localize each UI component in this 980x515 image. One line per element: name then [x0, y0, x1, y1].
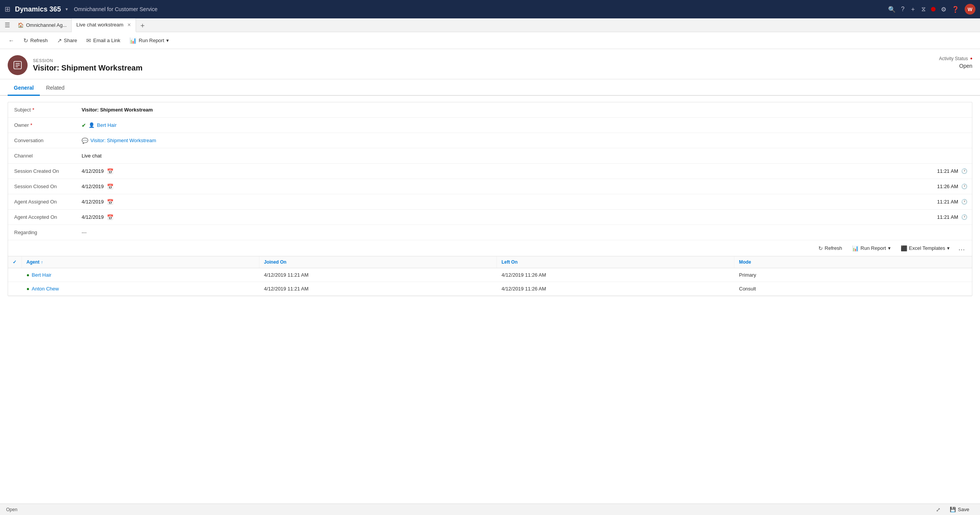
- form-content: Subject * Visitor: Shipment Workstream O…: [0, 96, 980, 302]
- tab-menu-icon[interactable]: ☰: [2, 21, 13, 29]
- calendar-icon-2[interactable]: 📅: [107, 184, 113, 190]
- data-grid: ✓ Agent ↑ Joined On Left On Mode ●: [8, 256, 972, 296]
- email-icon: ✉: [86, 37, 91, 44]
- top-nav: ⊞ Dynamics 365 ▾ Omnichannel for Custome…: [0, 0, 980, 18]
- refresh-button[interactable]: ↻ Refresh: [20, 36, 52, 46]
- report-icon: 📊: [129, 37, 137, 44]
- question-icon[interactable]: ❓: [952, 6, 959, 13]
- channel-row: Channel Live chat: [8, 148, 972, 164]
- grid-menu-icon[interactable]: ⊞: [5, 5, 10, 13]
- calendar-icon-1[interactable]: 📅: [107, 168, 113, 174]
- grid-header-check: ✓: [8, 256, 22, 268]
- row2-mode: Consult: [734, 282, 972, 295]
- channel-label: Channel: [8, 153, 77, 159]
- clock-icon-1[interactable]: 🕐: [961, 168, 967, 174]
- session-closed-label: Session Closed On: [8, 184, 77, 189]
- agent-accepted-row: Agent Accepted On 4/12/2019 📅 11:21 AM 🕐: [8, 210, 972, 225]
- owner-name[interactable]: Bert Hair: [97, 122, 116, 128]
- sort-agent-icon: ↑: [41, 260, 43, 264]
- session-created-row: Session Created On 4/12/2019 📅 11:21 AM …: [8, 164, 972, 179]
- back-button[interactable]: ←: [5, 36, 18, 45]
- page-header: SESSION Visitor: Shipment Workstream Act…: [0, 49, 980, 79]
- row2-joined: 4/12/2019 11:21 AM: [259, 282, 497, 295]
- tab-omnichannel[interactable]: 🏠 Omnichannel Ag...: [13, 18, 72, 32]
- grid-excel-button[interactable]: ⬛ Excel Templates ▾: [897, 244, 954, 253]
- agent-assigned-label: Agent Assigned On: [8, 199, 77, 205]
- session-closed-value: 4/12/2019 📅 11:26 AM 🕐: [77, 184, 972, 190]
- avatar[interactable]: W: [965, 4, 975, 15]
- grid-refresh-button[interactable]: ↻ Refresh: [814, 244, 846, 253]
- tab-livechat-label: Live chat workstream: [76, 22, 123, 28]
- grid-excel-icon: ⬛: [901, 245, 907, 251]
- owner-label: Owner *: [8, 122, 77, 128]
- agent-assigned-value: 4/12/2019 📅 11:21 AM 🕐: [77, 199, 972, 205]
- table-row: ● Anton Chew 4/12/2019 11:21 AM 4/12/201…: [8, 282, 972, 296]
- session-created-value: 4/12/2019 📅 11:21 AM 🕐: [77, 168, 972, 174]
- add-icon[interactable]: ＋: [910, 5, 916, 13]
- subject-label: Subject *: [8, 107, 77, 113]
- record-icon: [8, 55, 28, 75]
- grid-refresh-icon: ↻: [818, 245, 823, 251]
- page-header-right: Activity Status • Open: [939, 55, 972, 69]
- subject-value: Visitor: Shipment Workstream: [77, 107, 972, 113]
- grid-col-left[interactable]: Left On: [497, 256, 734, 268]
- form-section: Subject * Visitor: Shipment Workstream O…: [8, 102, 972, 296]
- conversation-value[interactable]: 💬 Visitor: Shipment Workstream: [77, 138, 972, 144]
- clock-icon-3[interactable]: 🕐: [961, 199, 967, 205]
- row1-check[interactable]: [8, 268, 22, 282]
- grid-col-joined[interactable]: Joined On: [259, 256, 497, 268]
- row2-left: 4/12/2019 11:26 AM: [497, 282, 734, 295]
- grid-report-chevron: ▾: [888, 245, 891, 251]
- grid-header: ✓ Agent ↑ Joined On Left On Mode: [8, 256, 972, 268]
- grid-col-mode[interactable]: Mode: [734, 256, 972, 268]
- tab-general[interactable]: General: [8, 81, 40, 96]
- record-category: SESSION: [33, 58, 143, 63]
- form-tabs: General Related: [0, 81, 980, 96]
- calendar-icon-3[interactable]: 📅: [107, 199, 113, 205]
- activity-status-dot: •: [970, 55, 972, 62]
- clock-icon-4[interactable]: 🕐: [961, 214, 967, 220]
- share-icon: ↗: [57, 37, 62, 44]
- refresh-icon: ↻: [23, 37, 28, 44]
- grid-more-icon[interactable]: …: [956, 243, 967, 253]
- settings-icon[interactable]: ⚙: [941, 6, 946, 13]
- conversation-label: Conversation: [8, 138, 77, 143]
- session-closed-row: Session Closed On 4/12/2019 📅 11:26 AM 🕐: [8, 179, 972, 194]
- run-report-button[interactable]: 📊 Run Report ▾: [126, 36, 172, 46]
- grid-toolbar: ↻ Refresh 📊 Run Report ▾ ⬛ Excel Templat…: [8, 240, 972, 256]
- search-icon[interactable]: 🔍: [888, 6, 896, 13]
- share-button[interactable]: ↗ Share: [53, 36, 81, 46]
- tab-omnichannel-label: Omnichannel Ag...: [26, 22, 67, 28]
- tab-add-icon[interactable]: ＋: [136, 21, 149, 30]
- activity-status-label: Activity Status: [939, 56, 968, 61]
- tab-livechat[interactable]: Live chat workstream ✕: [72, 18, 136, 32]
- run-report-chevron: ▾: [166, 38, 169, 43]
- calendar-icon-4[interactable]: 📅: [107, 214, 113, 220]
- regarding-label: Regarding: [8, 230, 77, 235]
- owner-value: ✔ 👤 Bert Hair: [77, 122, 972, 128]
- regarding-row: Regarding ---: [8, 225, 972, 240]
- help-icon[interactable]: ?: [901, 6, 905, 13]
- grid-report-icon: 📊: [852, 245, 859, 251]
- record-title: Visitor: Shipment Workstream: [33, 64, 143, 72]
- app-title-arrow: ▾: [66, 7, 68, 12]
- tab-related[interactable]: Related: [40, 81, 70, 96]
- row2-check[interactable]: [8, 282, 22, 295]
- owner-status-icon: ✔: [82, 122, 86, 128]
- agent-name-2[interactable]: Anton Chew: [32, 286, 59, 292]
- grid-col-agent[interactable]: Agent ↑: [22, 256, 259, 268]
- conversation-icon: 💬: [82, 138, 88, 144]
- grid-run-report-button[interactable]: 📊 Run Report ▾: [848, 244, 894, 253]
- email-link-button[interactable]: ✉ Email a Link: [82, 36, 124, 46]
- row1-mode: Primary: [734, 268, 972, 282]
- owner-person-icon: 👤: [88, 122, 95, 128]
- clock-icon-2[interactable]: 🕐: [961, 184, 967, 189]
- agent-name-1[interactable]: Bert Hair: [32, 272, 51, 278]
- channel-value: Live chat: [77, 153, 972, 159]
- activity-status-value: Open: [939, 63, 972, 69]
- tab-close-icon[interactable]: ✕: [127, 22, 131, 28]
- subject-row: Subject * Visitor: Shipment Workstream: [8, 102, 972, 118]
- filter-icon[interactable]: ⧖: [921, 6, 926, 13]
- agent-assigned-row: Agent Assigned On 4/12/2019 📅 11:21 AM 🕐: [8, 194, 972, 210]
- agent-status-icon-2: ●: [26, 286, 29, 292]
